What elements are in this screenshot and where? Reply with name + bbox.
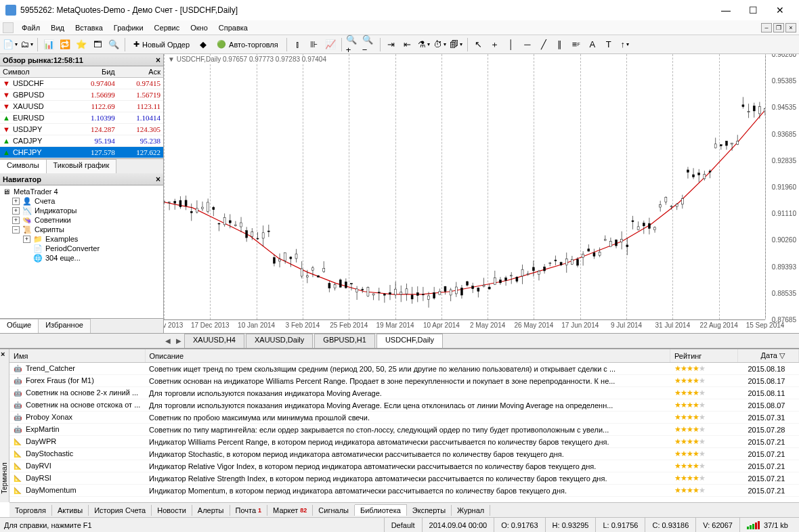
tree-indicators[interactable]: +📉Индикаторы	[1, 206, 162, 215]
col-ask[interactable]: Аск	[118, 66, 163, 78]
tree-examples[interactable]: +📁Examples	[1, 234, 162, 244]
trendline-icon[interactable]: ╱	[536, 37, 551, 52]
terminal-tab[interactable]: Почта 1	[230, 505, 268, 516]
data-window-icon[interactable]: 🔁	[58, 37, 72, 52]
chart-shift-icon[interactable]: ⇤	[400, 37, 415, 52]
chart-area[interactable]: ▼ USDCHF,Daily 0.97657 0.97773 0.97283 0…	[164, 54, 799, 333]
terminal-tab[interactable]: Алерты	[192, 505, 230, 516]
terminal-tab[interactable]: Сигналы	[313, 505, 355, 516]
market-watch-row[interactable]: ▼USDJPY124.287124.305	[0, 124, 163, 135]
profiles-icon[interactable]: 🗂▾	[19, 37, 34, 52]
library-row[interactable]: 🤖Советник на основе 2-х линий ...Для тор…	[9, 387, 799, 399]
market-watch-close-icon[interactable]: ×	[156, 56, 160, 65]
tab-scroll-left[interactable]: ◀	[163, 334, 173, 348]
terminal-tab[interactable]: Библиотека	[355, 504, 407, 516]
market-watch-row[interactable]: ▼XAUUSD1122.691123.11	[0, 101, 163, 112]
library-row[interactable]: 📐DayRVIИндикатор Relative Vigor Index, в…	[9, 460, 799, 472]
tab-symbols[interactable]: Символы	[0, 159, 47, 173]
menu-service[interactable]: Сервис	[149, 22, 186, 33]
menu-file[interactable]: Файл	[16, 22, 45, 33]
auto-trade-button[interactable]: 🟢Авто-торговля	[212, 37, 283, 52]
menu-window[interactable]: Окно	[185, 22, 213, 33]
terminal-tab[interactable]: Маркет 82	[267, 505, 313, 516]
vline-icon[interactable]: │	[504, 37, 519, 52]
col-rating[interactable]: Рейтинг	[670, 349, 738, 363]
library-row[interactable]: 🤖ExpMartinСоветник по типу мартингейла: …	[9, 424, 799, 436]
fibo-icon[interactable]: ≡F	[569, 37, 584, 52]
expand-icon[interactable]: +	[12, 198, 20, 205]
chart-tab[interactable]: USDCHF,Daily	[376, 334, 443, 348]
tree-accounts[interactable]: +👤Счета	[1, 196, 162, 206]
new-chart-icon[interactable]: 📄▾	[3, 37, 18, 52]
library-row[interactable]: 📐DayStochasticИндикатор Stochastic, в ко…	[9, 448, 799, 460]
terminal-close-icon[interactable]: ×	[1, 350, 5, 358]
new-order-button[interactable]: ✚Новый Ордер	[129, 37, 194, 52]
zoom-out-icon[interactable]: 🔍−	[362, 37, 376, 52]
templates-icon[interactable]: 🗐▾	[449, 37, 464, 52]
menu-view[interactable]: Вид	[45, 22, 70, 33]
chart-tab[interactable]: GBPUSD,H1	[314, 334, 375, 348]
tree-scripts[interactable]: −📜Скрипты	[1, 225, 162, 234]
mdi-restore[interactable]: ❐	[773, 23, 784, 32]
expand-icon[interactable]: +	[12, 207, 20, 215]
text-label-icon[interactable]: T	[601, 37, 616, 52]
chart-tab[interactable]: XAUUSD,H4	[184, 334, 244, 348]
candle-chart-icon[interactable]: ⊪	[307, 37, 322, 52]
hline-icon[interactable]: ─	[520, 37, 535, 52]
tab-tick-chart[interactable]: Тиковый график	[47, 159, 117, 173]
strategy-tester-icon[interactable]: 🔍	[106, 37, 121, 52]
market-watch-icon[interactable]: 📊	[41, 37, 56, 52]
navigator-icon[interactable]: ⭐	[74, 37, 89, 52]
text-icon[interactable]: A	[585, 37, 600, 52]
library-row[interactable]: 📐DayMomentumИндикатор Momentum, в которо…	[9, 485, 799, 497]
metaeditor-icon[interactable]: ◆	[196, 37, 211, 52]
menu-insert[interactable]: Вставка	[70, 22, 108, 33]
library-row[interactable]: 🤖Forex Fraus (for M1)Советник основан на…	[9, 375, 799, 387]
menu-help[interactable]: Справка	[213, 22, 253, 33]
market-watch-row[interactable]: ▲CADJPY95.19495.238	[0, 135, 163, 147]
col-symbol[interactable]: Символ	[0, 66, 72, 78]
mdi-minimize[interactable]: –	[761, 23, 772, 32]
zoom-in-icon[interactable]: 🔍+	[345, 37, 360, 52]
chart-tab[interactable]: XAUUSD,Daily	[246, 334, 313, 348]
expand-icon[interactable]: +	[23, 236, 30, 243]
tab-general[interactable]: Общие	[0, 319, 39, 333]
menu-charts[interactable]: Графики	[108, 22, 149, 33]
channel-icon[interactable]: ∥	[553, 37, 567, 52]
library-row[interactable]: 🤖Trend_CatcherСоветник ищет тренд по тре…	[9, 363, 799, 375]
close-button[interactable]: ✕	[766, 2, 794, 18]
indicators-icon[interactable]: ⚗▾	[416, 37, 431, 52]
line-chart-icon[interactable]: 📈	[323, 37, 338, 52]
navigator-close-icon[interactable]: ×	[156, 175, 160, 184]
terminal-icon[interactable]: 🗔	[90, 37, 105, 52]
collapse-icon[interactable]: −	[12, 226, 20, 234]
tree-experts[interactable]: +👒Советники	[1, 215, 162, 225]
terminal-tab[interactable]: Активы	[52, 505, 89, 516]
market-watch-row[interactable]: ▼GBPUSD1.566991.56719	[0, 89, 163, 101]
market-watch-row[interactable]: ▼USDCHF0.974040.97415	[0, 78, 163, 89]
tree-root[interactable]: 🖥MetaTrader 4	[1, 187, 162, 196]
col-bid[interactable]: Бид	[72, 66, 118, 78]
autoscroll-icon[interactable]: ⇥	[384, 37, 399, 52]
crosshair-icon[interactable]: ＋	[488, 37, 502, 52]
library-row[interactable]: 📐DayRSIИндикатор Relative Strength Index…	[9, 472, 799, 485]
arrows-icon[interactable]: ↑▾	[618, 37, 632, 52]
col-desc[interactable]: Описание	[145, 349, 670, 363]
terminal-tab[interactable]: Торговля	[9, 505, 52, 516]
library-row[interactable]: 📐DayWPRИндикатор Williams Percent Range,…	[9, 436, 799, 448]
cursor-icon[interactable]: ↖	[471, 37, 486, 52]
col-name[interactable]: Имя	[9, 349, 145, 363]
expand-icon[interactable]: +	[12, 217, 20, 224]
market-watch-row[interactable]: ▲EURUSD1.103991.10414	[0, 112, 163, 124]
library-row[interactable]: 🤖Советник на основе отскока от ...Для то…	[9, 399, 799, 412]
tree-more[interactable]: 🌐304 еще...	[1, 253, 162, 263]
maximize-button[interactable]: ☐	[739, 2, 766, 18]
tree-period-converter[interactable]: 📄PeriodConverter	[1, 244, 162, 253]
tab-favorites[interactable]: Избранное	[39, 319, 91, 333]
market-watch-row[interactable]: ▲CHFJPY127.578127.622	[0, 147, 163, 158]
terminal-tab[interactable]: Эксперты	[407, 505, 452, 516]
periods-icon[interactable]: ⏱▾	[433, 37, 448, 52]
terminal-tab[interactable]: Журнал	[452, 505, 490, 516]
library-row[interactable]: 🤖Proboy XonaxСоветник по пробою максимум…	[9, 412, 799, 424]
terminal-tab[interactable]: Новости	[152, 505, 192, 516]
